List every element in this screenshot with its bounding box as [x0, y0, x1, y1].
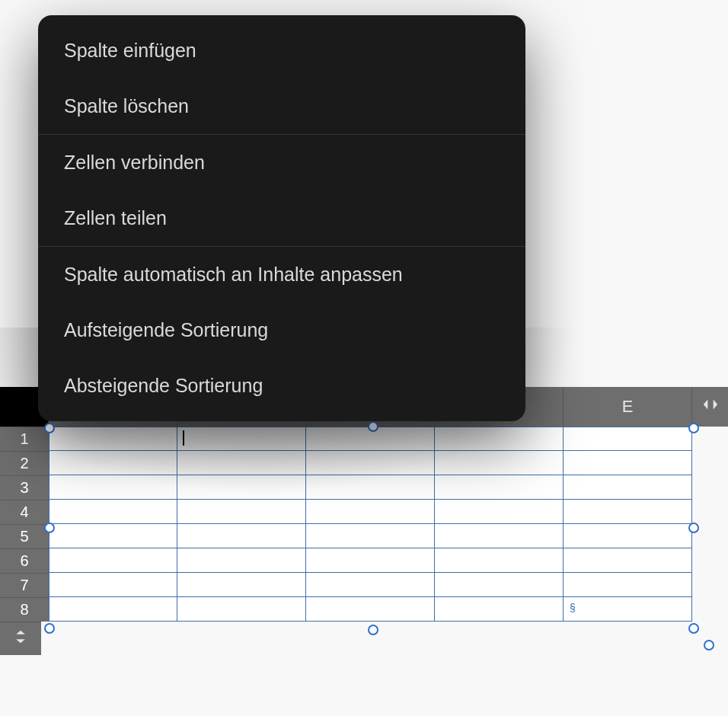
cell-c5[interactable]: [306, 524, 435, 548]
cell-c3[interactable]: [306, 475, 435, 500]
table-row: 7: [0, 573, 728, 597]
menu-item-label: Spalte einfügen: [64, 40, 196, 61]
cell-c2[interactable]: [306, 451, 435, 475]
cell-b3[interactable]: [177, 475, 306, 500]
cell-d6[interactable]: [435, 548, 564, 573]
column-header-e-label: E: [622, 397, 634, 417]
row-header-4[interactable]: 4: [0, 500, 49, 524]
cell-d3[interactable]: [435, 475, 564, 500]
cell-d1[interactable]: [435, 427, 564, 451]
cell-c4[interactable]: [306, 500, 435, 524]
cell-e6[interactable]: [564, 548, 692, 573]
cell-e7[interactable]: [564, 573, 692, 597]
selection-handle-top-middle[interactable]: [368, 421, 378, 432]
column-header-e[interactable]: E: [564, 387, 692, 427]
menu-item-label: Spalte löschen: [64, 95, 189, 117]
row-header-label: 7: [20, 577, 28, 594]
row-header-3[interactable]: 3: [0, 475, 49, 500]
selection-handle-top-left[interactable]: [44, 423, 55, 433]
table-row: 3: [0, 475, 728, 500]
cell-a3[interactable]: [49, 475, 177, 500]
selection-handle-bottom-left[interactable]: [44, 623, 55, 634]
cell-a2[interactable]: [49, 451, 177, 475]
selection-handle-bottom-middle[interactable]: [368, 625, 378, 635]
row-header-5[interactable]: 5: [0, 524, 49, 548]
row-header-1[interactable]: 1: [0, 427, 49, 451]
cell-e8[interactable]: [564, 597, 692, 622]
context-menu: Spalte einfügen Spalte löschen Zellen ve…: [38, 15, 525, 421]
menu-item-delete-column[interactable]: Spalte löschen: [38, 78, 525, 134]
menu-item-autofit-column[interactable]: Spalte automatisch an Inhalte anpassen: [38, 247, 525, 302]
cell-b1[interactable]: [177, 427, 306, 451]
cell-e3[interactable]: [564, 475, 692, 500]
cell-b2[interactable]: [177, 451, 306, 475]
menu-item-label: Zellen verbinden: [64, 152, 205, 173]
add-row-icon: [13, 629, 28, 648]
menu-item-label: Absteigende Sortierung: [64, 375, 263, 396]
cell-b6[interactable]: [177, 548, 306, 573]
row-header-label: 1: [20, 430, 28, 448]
row-header-6[interactable]: 6: [0, 548, 49, 573]
add-row-button[interactable]: [0, 622, 728, 655]
cell-c7[interactable]: [306, 573, 435, 597]
row-header-label: 4: [20, 503, 28, 521]
selection-handle-bottom-right[interactable]: [688, 623, 699, 634]
selection-handle-left-middle[interactable]: [44, 523, 55, 533]
cell-c6[interactable]: [306, 548, 435, 573]
menu-item-label: Zellen teilen: [64, 207, 167, 229]
row-header-label: 6: [20, 552, 28, 570]
cell-e4[interactable]: [564, 500, 692, 524]
cell-a8[interactable]: [49, 597, 177, 622]
table-row: 1: [0, 427, 728, 451]
row-header-2[interactable]: 2: [0, 451, 49, 475]
row-header-7[interactable]: 7: [0, 573, 49, 597]
selection-handle-right-middle[interactable]: [688, 523, 699, 533]
cell-b7[interactable]: [177, 573, 306, 597]
menu-item-insert-column[interactable]: Spalte einfügen: [38, 23, 525, 78]
cell-e5[interactable]: [564, 524, 692, 548]
spreadsheet: E 1 2 3 4: [0, 387, 728, 655]
text-cursor: [183, 430, 184, 446]
row-header-label: 2: [20, 455, 28, 472]
table-row: 5: [0, 524, 728, 548]
cell-a6[interactable]: [49, 548, 177, 573]
cell-c8[interactable]: [306, 597, 435, 622]
menu-item-label: Spalte automatisch an Inhalte anpassen: [64, 264, 403, 285]
menu-item-sort-ascending[interactable]: Aufsteigende Sortierung: [38, 302, 525, 358]
cell-a4[interactable]: [49, 500, 177, 524]
cell-d8[interactable]: [435, 597, 564, 622]
table-row: 8: [0, 597, 728, 622]
cell-a1[interactable]: [49, 427, 177, 451]
add-column-button[interactable]: [692, 387, 728, 427]
selection-handle-top-right[interactable]: [688, 423, 699, 433]
menu-item-sort-descending[interactable]: Absteigende Sortierung: [38, 358, 525, 414]
cell-e8-content: §: [570, 602, 576, 614]
menu-item-merge-cells[interactable]: Zellen verbinden: [38, 135, 525, 190]
row-header-8[interactable]: 8: [0, 597, 49, 622]
cell-b8[interactable]: [177, 597, 306, 622]
cell-e8-text: §: [570, 602, 576, 614]
menu-item-label: Aufsteigende Sortierung: [64, 319, 268, 340]
cell-d2[interactable]: [435, 451, 564, 475]
row-header-label: 5: [20, 528, 28, 545]
row-header-label: 3: [20, 479, 28, 497]
table-resize-handle[interactable]: [704, 640, 714, 650]
cell-d4[interactable]: [435, 500, 564, 524]
table-row: 6: [0, 548, 728, 573]
table-row: 2: [0, 451, 728, 475]
cell-a5[interactable]: [49, 524, 177, 548]
add-column-icon: [702, 396, 719, 417]
cell-d7[interactable]: [435, 573, 564, 597]
menu-item-split-cells[interactable]: Zellen teilen: [38, 190, 525, 246]
cell-b5[interactable]: [177, 524, 306, 548]
cell-d5[interactable]: [435, 524, 564, 548]
table-row: 4: [0, 500, 728, 524]
cell-e2[interactable]: [564, 451, 692, 475]
cell-a7[interactable]: [49, 573, 177, 597]
cell-e1[interactable]: [564, 427, 692, 451]
row-header-label: 8: [20, 601, 28, 619]
cell-b4[interactable]: [177, 500, 306, 524]
